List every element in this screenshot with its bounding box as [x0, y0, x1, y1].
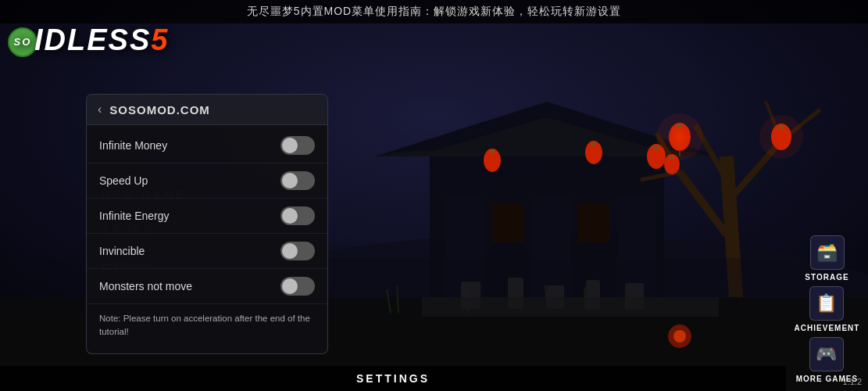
- mod-panel-body: Infinite Money Speed Up Infinite Energy …: [87, 125, 327, 353]
- svg-rect-8: [492, 203, 523, 242]
- svg-rect-27: [489, 150, 495, 154]
- logo-main: IDLESS: [34, 23, 151, 56]
- toggle-infinite-energy[interactable]: [280, 206, 315, 225]
- svg-point-46: [673, 330, 686, 343]
- mod-label-monsters-not-move: Monsters not move: [99, 280, 192, 292]
- right-sidebar: 🗃️ STORAGE 📋 ACHIEVEMENT 🎮 MORE GAMES: [786, 23, 868, 391]
- mod-row-invincible: Invincible: [87, 234, 327, 269]
- version-label: 1.1.2: [843, 377, 862, 386]
- sidebar-item-achievement[interactable]: 📋 ACHIEVEMENT: [795, 286, 860, 332]
- settings-bar[interactable]: SETTINGS: [0, 366, 786, 391]
- back-button[interactable]: ‹: [98, 102, 102, 117]
- mod-label-invincible: Invincible: [99, 245, 145, 257]
- logo: SOIDLESS5: [8, 23, 169, 57]
- toggle-speed-up[interactable]: [280, 171, 315, 190]
- mod-panel-header: ‹ SOSOMOD.COM: [87, 95, 327, 125]
- toggle-invincible[interactable]: [280, 242, 315, 260]
- svg-point-32: [656, 113, 703, 160]
- toggle-infinite-money[interactable]: [280, 136, 315, 155]
- more-games-icon: 🎮: [809, 337, 844, 371]
- mod-row-infinite-energy: Infinite Energy: [87, 199, 327, 234]
- svg-rect-29: [591, 142, 596, 146]
- logo-number: 5: [151, 23, 169, 56]
- svg-rect-9: [578, 203, 609, 242]
- mod-panel-title: SOSOMOD.COM: [109, 103, 210, 117]
- mod-row-speed-up: Speed Up: [87, 163, 327, 199]
- banner-text: 无尽噩梦5内置MOD菜单使用指南：解锁游戏新体验，轻松玩转新游设置: [247, 5, 621, 17]
- sidebar-label-storage: STORAGE: [805, 273, 848, 282]
- mod-row-monsters-not-move: Monsters not move: [87, 269, 327, 304]
- sidebar-label-achievement: ACHIEVEMENT: [795, 324, 860, 332]
- settings-label: SETTINGS: [356, 372, 430, 385]
- top-banner: 无尽噩梦5内置MOD菜单使用指南：解锁游戏新体验，轻松玩转新游设置: [0, 0, 868, 23]
- mod-row-infinite-money: Infinite Money: [87, 128, 327, 163]
- mod-note: Note: Please turn on acceleration after …: [87, 304, 327, 350]
- sidebar-item-storage[interactable]: 🗃️ STORAGE: [805, 235, 848, 282]
- mod-label-infinite-money: Infinite Money: [99, 139, 167, 152]
- mod-label-infinite-energy: Infinite Energy: [99, 210, 170, 222]
- logo-area: SOIDLESS5: [8, 23, 169, 57]
- toggle-monsters-not-move[interactable]: [280, 277, 315, 296]
- mod-label-speed-up: Speed Up: [99, 174, 148, 187]
- logo-so: SO: [8, 27, 38, 57]
- storage-icon: 🗃️: [810, 235, 845, 270]
- mod-panel: ‹ SOSOMOD.COM Infinite Money Speed Up In…: [86, 94, 328, 354]
- achievement-icon: 📋: [809, 286, 844, 321]
